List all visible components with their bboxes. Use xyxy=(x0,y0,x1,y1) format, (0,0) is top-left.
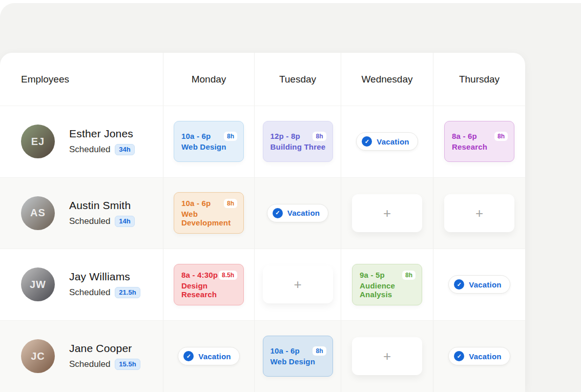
shift-label: Building Three xyxy=(271,142,326,151)
employee-cell: AS Austin Smith Scheduled 14h xyxy=(0,178,163,250)
scheduled-row: Scheduled 21.5h xyxy=(69,287,140,298)
shift-time: 12p - 8p xyxy=(271,132,300,140)
shift-card-top: 9a - 5p 8h xyxy=(360,271,416,280)
shift-time: 8a - 4:30p xyxy=(181,271,218,279)
shift-card[interactable]: 12p - 8p 8h Building Three xyxy=(263,121,333,162)
shift-card-top: 8a - 4:30p 8.5h xyxy=(181,271,237,280)
vacation-label: Vacation xyxy=(469,352,501,361)
table-header-row: Employees Monday Tuesday Wednesday Thurs… xyxy=(0,53,525,106)
employee-info: Esther Jones Scheduled 34h xyxy=(69,128,135,155)
shift-time: 9a - 5p xyxy=(360,271,385,279)
employee-name: Jay Williams xyxy=(69,271,140,283)
shift-time: 10a - 6p xyxy=(181,132,211,140)
add-shift-button[interactable]: + xyxy=(263,265,333,303)
shift-label: Web Design xyxy=(271,357,326,366)
schedule-cell-tuesday: 10a - 6p 8h Web Design xyxy=(255,321,341,392)
scheduled-hours-badge: 21.5h xyxy=(115,287,140,298)
schedule-cell-tuesday: 12p - 8p 8h Building Three xyxy=(255,106,341,178)
schedule-cell-wednesday: 9a - 5p 8h Audience Analysis xyxy=(341,249,433,321)
plus-icon: + xyxy=(294,278,301,291)
shift-card[interactable]: 8a - 6p 8h Research xyxy=(444,121,514,162)
shift-label: Research xyxy=(452,142,508,151)
vacation-button[interactable]: ✓ Vacation xyxy=(178,347,239,365)
avatar: AS xyxy=(21,196,55,230)
shift-hours-badge: 8h xyxy=(402,271,416,280)
scheduled-row: Scheduled 15.5h xyxy=(69,359,140,370)
employee-name: Esther Jones xyxy=(69,128,135,140)
thursday-column-header: Thursday xyxy=(433,53,525,106)
employee-name: Jane Cooper xyxy=(69,342,140,355)
scheduled-label: Scheduled xyxy=(69,359,110,369)
shift-card[interactable]: 10a - 6p 8h Web Development xyxy=(174,192,244,234)
employee-row-austin-smith: AS Austin Smith Scheduled 14h 10a - 6p 8… xyxy=(0,178,525,250)
employee-info: Austin Smith Scheduled 14h xyxy=(69,199,135,227)
shift-label: Design Research xyxy=(181,281,237,299)
scheduled-label: Scheduled xyxy=(69,216,110,226)
shift-card-top: 10a - 6p 8h xyxy=(271,346,326,356)
shift-card-top: 12p - 8p 8h xyxy=(271,132,326,141)
add-shift-button[interactable]: + xyxy=(352,194,422,232)
shift-card[interactable]: 10a - 6p 8h Web Design xyxy=(263,336,333,377)
schedule-cell-tuesday: + xyxy=(255,249,341,321)
employee-cell: EJ Esther Jones Scheduled 34h xyxy=(0,106,163,178)
shift-time: 10a - 6p xyxy=(271,346,300,355)
vacation-button[interactable]: ✓ Vacation xyxy=(448,275,510,294)
schedule-cell-tuesday: ✓ Vacation xyxy=(255,178,341,250)
shift-card[interactable]: 10a - 6p 8h Web Design xyxy=(174,121,244,162)
shift-hours-badge: 8h xyxy=(224,199,237,208)
schedule-page: Employees Monday Tuesday Wednesday Thurs… xyxy=(0,0,581,392)
check-circle-icon: ✓ xyxy=(273,208,283,218)
schedule-cell-monday: ✓ Vacation xyxy=(163,321,255,392)
employee-info: Jay Williams Scheduled 21.5h xyxy=(69,271,140,298)
employee-cell: JC Jane Cooper Scheduled 15.5h xyxy=(0,321,163,392)
vacation-button[interactable]: ✓ Vacation xyxy=(267,204,328,222)
avatar: EJ xyxy=(21,125,55,158)
vacation-label: Vacation xyxy=(469,280,501,289)
shift-label: Web Design xyxy=(181,142,237,151)
vacation-button[interactable]: ✓ Vacation xyxy=(356,132,418,151)
shift-card[interactable]: 9a - 5p 8h Audience Analysis xyxy=(352,264,422,305)
schedule-cell-monday: 8a - 4:30p 8.5h Design Research xyxy=(163,249,255,321)
shift-hours-badge: 8h xyxy=(224,132,237,141)
shift-hours-badge: 8h xyxy=(313,132,326,141)
schedule-cell-thursday: ✓ Vacation xyxy=(433,321,525,392)
avatar-initials: AS xyxy=(30,207,46,219)
plus-icon: + xyxy=(475,207,483,220)
schedule-cell-monday: 10a - 6p 8h Web Design xyxy=(163,106,255,178)
avatar-initials: EJ xyxy=(31,136,45,148)
avatar: JW xyxy=(21,267,55,301)
shift-hours-badge: 8h xyxy=(494,132,508,141)
scheduled-label: Scheduled xyxy=(69,287,110,298)
employees-column-header: Employees xyxy=(0,53,163,106)
schedule-table-card: Employees Monday Tuesday Wednesday Thurs… xyxy=(0,53,525,392)
check-circle-icon: ✓ xyxy=(454,351,464,361)
schedule-cell-wednesday: + xyxy=(341,178,433,250)
avatar-initials: JC xyxy=(31,350,45,362)
monday-column-header: Monday xyxy=(163,53,255,106)
shift-card-top: 8a - 6p 8h xyxy=(452,132,508,141)
wednesday-column-header: Wednesday xyxy=(341,53,433,106)
shift-hours-badge: 8.5h xyxy=(219,271,237,280)
schedule-cell-monday: 10a - 6p 8h Web Development xyxy=(163,178,255,250)
scheduled-row: Scheduled 34h xyxy=(69,144,135,155)
check-circle-icon: ✓ xyxy=(183,351,194,361)
employee-row-jane-cooper: JC Jane Cooper Scheduled 15.5h ✓ Vacatio… xyxy=(0,321,525,392)
vacation-button[interactable]: ✓ Vacation xyxy=(448,347,510,365)
shift-card-top: 10a - 6p 8h xyxy=(181,199,237,208)
check-circle-icon: ✓ xyxy=(362,136,372,147)
employee-row-jay-williams: JW Jay Williams Scheduled 21.5h 8a - 4:3… xyxy=(0,249,525,321)
shift-hours-badge: 8h xyxy=(313,346,326,356)
check-circle-icon: ✓ xyxy=(454,279,464,290)
shift-label: Web Development xyxy=(181,210,237,227)
employee-info: Jane Cooper Scheduled 15.5h xyxy=(69,342,140,370)
vacation-label: Vacation xyxy=(198,352,231,361)
scheduled-hours-badge: 34h xyxy=(115,144,134,155)
scheduled-label: Scheduled xyxy=(69,145,110,155)
add-shift-button[interactable]: + xyxy=(444,194,514,232)
shift-card[interactable]: 8a - 4:30p 8.5h Design Research xyxy=(174,264,244,305)
add-shift-button[interactable]: + xyxy=(352,337,422,375)
employee-name: Austin Smith xyxy=(69,199,135,212)
avatar: JC xyxy=(21,339,55,373)
schedule-cell-wednesday: ✓ Vacation xyxy=(341,106,433,178)
plus-icon: + xyxy=(383,349,391,363)
